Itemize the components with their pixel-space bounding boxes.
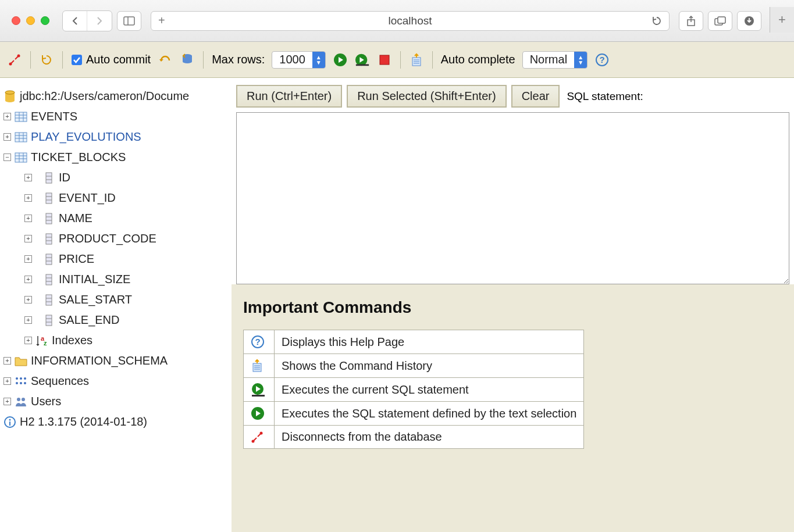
column-row[interactable]: INITIAL_SIZE bbox=[17, 269, 228, 290]
downloads-button[interactable] bbox=[737, 11, 761, 31]
svg-rect-40 bbox=[46, 193, 52, 203]
column-row[interactable]: ID bbox=[17, 167, 228, 188]
column-row[interactable]: NAME bbox=[17, 208, 228, 228]
sequence-icon bbox=[15, 375, 27, 388]
column-icon bbox=[42, 172, 55, 184]
url-text: localhost bbox=[389, 15, 432, 27]
expand-icon[interactable] bbox=[24, 337, 32, 344]
svg-rect-46 bbox=[46, 234, 52, 244]
expand-icon[interactable] bbox=[3, 133, 11, 141]
users-icon bbox=[15, 395, 27, 408]
expand-icon[interactable] bbox=[24, 215, 32, 222]
svg-point-66 bbox=[16, 382, 18, 384]
divider bbox=[62, 51, 63, 69]
expand-icon[interactable] bbox=[24, 276, 32, 283]
share-button[interactable] bbox=[679, 11, 703, 31]
results-heading: Important Commands bbox=[243, 298, 782, 317]
sidebar-toggle-button[interactable] bbox=[117, 11, 141, 31]
svg-rect-52 bbox=[46, 274, 52, 285]
history-icon[interactable] bbox=[409, 52, 424, 67]
history-icon[interactable] bbox=[244, 354, 275, 378]
run-icon[interactable] bbox=[244, 402, 275, 426]
new-tab-button[interactable]: + bbox=[770, 7, 794, 33]
help-icon[interactable]: ? bbox=[594, 52, 610, 67]
svg-text:z: z bbox=[44, 340, 47, 347]
database-icon bbox=[3, 90, 16, 103]
maxrows-select[interactable]: 1000 ▲▼ bbox=[272, 51, 326, 69]
column-row[interactable]: SALE_START bbox=[17, 290, 228, 310]
table-row[interactable]: PLAY_EVOLUTIONS bbox=[3, 127, 228, 147]
expand-icon[interactable] bbox=[3, 377, 11, 385]
stop-icon[interactable] bbox=[377, 52, 392, 67]
sequences-row[interactable]: Sequences bbox=[3, 371, 228, 391]
run-selected-icon[interactable] bbox=[244, 378, 275, 402]
address-bar[interactable]: + localhost bbox=[151, 11, 670, 31]
expand-icon[interactable] bbox=[24, 255, 32, 263]
svg-point-70 bbox=[22, 398, 25, 401]
collapse-icon[interactable] bbox=[3, 153, 11, 161]
column-row[interactable]: PRODUCT_CODE bbox=[17, 228, 228, 249]
svg-rect-0 bbox=[124, 17, 134, 25]
sql-textarea[interactable] bbox=[236, 112, 789, 284]
svg-rect-4 bbox=[718, 17, 725, 23]
nav-buttons bbox=[62, 10, 112, 31]
svg-rect-49 bbox=[46, 254, 52, 265]
users-row[interactable]: Users bbox=[3, 391, 228, 412]
forward-button[interactable] bbox=[87, 11, 112, 31]
reload-button[interactable] bbox=[651, 16, 662, 26]
expand-icon[interactable] bbox=[24, 296, 32, 304]
svg-rect-22 bbox=[15, 112, 27, 122]
run-button[interactable]: Run (Ctrl+Enter) bbox=[236, 85, 342, 108]
column-row[interactable]: PRICE bbox=[17, 249, 228, 269]
expand-icon[interactable] bbox=[24, 194, 32, 202]
divider bbox=[432, 51, 433, 69]
commit-icon[interactable] bbox=[180, 52, 195, 67]
expand-icon[interactable] bbox=[3, 113, 11, 120]
indexes-row[interactable]: azIndexes bbox=[17, 330, 228, 351]
table-row[interactable]: EVENTS bbox=[3, 106, 228, 127]
add-icon[interactable]: + bbox=[158, 14, 165, 27]
back-button[interactable] bbox=[63, 11, 87, 31]
column-icon bbox=[42, 294, 55, 306]
autocomplete-label: Auto complete bbox=[441, 53, 515, 66]
expand-icon[interactable] bbox=[24, 316, 32, 324]
disconnect-icon[interactable] bbox=[7, 52, 22, 67]
svg-rect-55 bbox=[46, 295, 52, 305]
expand-icon[interactable] bbox=[24, 174, 32, 181]
indexes-icon: az bbox=[35, 334, 48, 347]
minimize-window-button[interactable] bbox=[26, 16, 35, 25]
column-row[interactable]: EVENT_ID bbox=[17, 188, 228, 208]
svg-rect-27 bbox=[15, 133, 27, 142]
tabs-button[interactable] bbox=[708, 11, 732, 31]
autocommit-checkbox[interactable]: Auto commit bbox=[71, 53, 151, 66]
run-selected-button[interactable]: Run Selected (Shift+Enter) bbox=[347, 85, 506, 108]
table-row: Shows the Command History bbox=[244, 354, 584, 378]
run-selected-icon[interactable] bbox=[355, 52, 370, 67]
svg-rect-32 bbox=[15, 153, 27, 162]
maximize-window-button[interactable] bbox=[41, 16, 49, 25]
autocomplete-select[interactable]: Normal ▲▼ bbox=[522, 51, 588, 69]
run-icon[interactable] bbox=[333, 52, 348, 67]
table-row: Executes the current SQL statement bbox=[244, 378, 584, 402]
commands-table: ? Displays this Help Page Shows the Comm… bbox=[243, 330, 584, 449]
clear-button[interactable]: Clear bbox=[511, 85, 560, 108]
svg-rect-12 bbox=[356, 64, 369, 66]
disconnect-icon[interactable] bbox=[244, 426, 275, 449]
expand-icon[interactable] bbox=[24, 235, 32, 242]
help-icon[interactable]: ? bbox=[244, 330, 275, 354]
refresh-icon[interactable] bbox=[39, 52, 54, 67]
expand-icon[interactable] bbox=[3, 357, 11, 365]
svg-point-72 bbox=[9, 419, 11, 420]
table-icon bbox=[15, 110, 27, 123]
undo-icon[interactable] bbox=[158, 52, 173, 67]
table-row[interactable]: TICKET_BLOCKS bbox=[3, 147, 228, 167]
browser-chrome: + localhost + bbox=[0, 0, 794, 42]
info-schema-row[interactable]: INFORMATION_SCHEMA bbox=[3, 351, 228, 371]
column-row[interactable]: SALE_END bbox=[17, 310, 228, 330]
sql-statement-label: SQL statement: bbox=[567, 90, 643, 103]
close-window-button[interactable] bbox=[12, 16, 20, 25]
db-url-row[interactable]: jdbc:h2:/Users/cameron/Docume bbox=[3, 86, 228, 106]
expand-icon[interactable] bbox=[3, 398, 11, 405]
divider bbox=[400, 51, 401, 69]
column-icon bbox=[42, 192, 55, 205]
